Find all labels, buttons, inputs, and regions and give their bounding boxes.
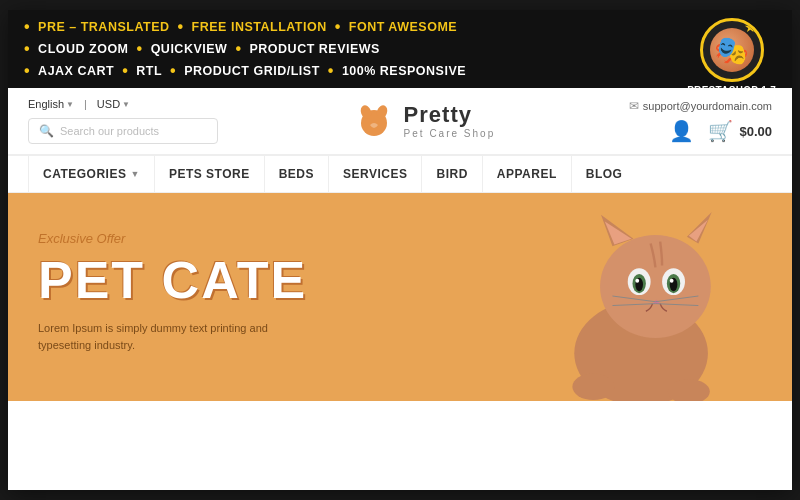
- cart-area[interactable]: 🛒 $0.00: [708, 119, 772, 143]
- banner-row-2: • CLOUD ZOOM • QUICKVIEW • PRODUCT REVIE…: [24, 40, 776, 58]
- nav-label-blog: BLOG: [586, 167, 623, 181]
- bullet-5: •: [137, 40, 143, 58]
- search-input[interactable]: Search our products: [60, 125, 159, 137]
- banner-item-cloudzoom: CLOUD ZOOM: [38, 42, 128, 56]
- nav-item-categories[interactable]: CATEGORIES ▼: [28, 156, 155, 192]
- nav-label-apparel: APPAREL: [497, 167, 557, 181]
- nav-item-bird[interactable]: BIRD: [422, 156, 482, 192]
- currency-label: USD: [97, 98, 120, 110]
- search-icon: 🔍: [39, 124, 54, 138]
- logo-subtitle: Pet Care Shop: [404, 128, 496, 139]
- currency-arrow-icon: ▼: [122, 100, 130, 109]
- badge-label: PRESTASHOP 1.7: [687, 85, 776, 96]
- svg-point-4: [600, 235, 711, 338]
- banner-row-1: • PRE – TRANSLATED • FREE INSTALLATION •…: [24, 18, 776, 36]
- language-arrow-icon: ▼: [66, 100, 74, 109]
- nav-item-petsstore[interactable]: PETS STORE: [155, 156, 265, 192]
- main-header: English ▼ | USD ▼ 🔍 Search our products: [8, 88, 792, 155]
- account-icon[interactable]: 👤: [669, 119, 694, 143]
- bullet-10: •: [328, 62, 334, 80]
- cart-icon[interactable]: 🛒: [708, 119, 733, 143]
- search-box[interactable]: 🔍 Search our products: [28, 118, 218, 144]
- logo-text-group: Pretty Pet Care Shop: [404, 103, 496, 138]
- badge-circle: ★: [700, 18, 764, 82]
- nav-label-bird: BIRD: [436, 167, 467, 181]
- hero-section: Exclusive Offer PET CATE Lorem Ipsum is …: [8, 193, 792, 401]
- banner-item-productgrid: PRODUCT GRID/LIST: [184, 64, 320, 78]
- banner-item-installation: FREE INSTALLATION: [192, 20, 327, 34]
- currency-selector[interactable]: USD ▼: [97, 98, 130, 110]
- hero-exclusive: Exclusive Offer: [38, 231, 307, 246]
- nav-label-categories: CATEGORIES: [43, 167, 126, 181]
- header-right: ✉ support@yourdomain.com 👤 🛒 $0.00: [629, 99, 772, 143]
- header-left: English ▼ | USD ▼ 🔍 Search our products: [28, 98, 218, 144]
- lang-currency-bar: English ▼ | USD ▼: [28, 98, 218, 110]
- hero-description: Lorem Ipsum is simply dummy text printin…: [38, 320, 278, 353]
- banner-row-3: • AJAX CART • RTL • PRODUCT GRID/LIST • …: [24, 62, 776, 80]
- nav-bar: CATEGORIES ▼ PETS STORE BEDS SERVICES BI…: [8, 155, 792, 193]
- mail-icon: ✉: [629, 99, 639, 113]
- hero-content: Exclusive Offer PET CATE Lorem Ipsum is …: [8, 193, 337, 391]
- inner-card: • PRE – TRANSLATED • FREE INSTALLATION •…: [8, 10, 792, 490]
- prestashop-badge: ★ PRESTASHOP 1.7: [687, 18, 776, 96]
- language-selector[interactable]: English ▼: [28, 98, 74, 110]
- outer-container: • PRE – TRANSLATED • FREE INSTALLATION •…: [0, 0, 800, 500]
- svg-point-22: [572, 373, 614, 400]
- logo-icon: [352, 99, 396, 143]
- banner-item-rtl: RTL: [136, 64, 162, 78]
- banner-item-fontawesome: FONT AWESOME: [349, 20, 457, 34]
- support-email: ✉ support@yourdomain.com: [629, 99, 772, 113]
- banner-item-ajaxcart: AJAX CART: [38, 64, 114, 78]
- banner-item-reviews: PRODUCT REVIEWS: [249, 42, 379, 56]
- svg-point-16: [670, 279, 674, 283]
- bullet-3: •: [335, 18, 341, 36]
- nav-label-beds: BEDS: [279, 167, 314, 181]
- cat-image: [452, 193, 792, 401]
- logo-area[interactable]: Pretty Pet Care Shop: [352, 99, 496, 143]
- nav-label-petsstore: PETS STORE: [169, 167, 250, 181]
- bullet-4: •: [24, 40, 30, 58]
- top-banner: • PRE – TRANSLATED • FREE INSTALLATION •…: [8, 10, 792, 88]
- bullet-9: •: [170, 62, 176, 80]
- nav-item-beds[interactable]: BEDS: [265, 156, 329, 192]
- bullet-7: •: [24, 62, 30, 80]
- logo-title: Pretty: [404, 103, 496, 127]
- categories-arrow-icon: ▼: [130, 169, 139, 179]
- nav-item-apparel[interactable]: APPAREL: [483, 156, 572, 192]
- banner-item-responsive: 100% RESPONSIVE: [342, 64, 466, 78]
- banner-item-pretranslated: PRE – TRANSLATED: [38, 20, 169, 34]
- badge-face: [710, 28, 754, 72]
- divider: |: [84, 98, 87, 110]
- bullet-1: •: [24, 18, 30, 36]
- nav-item-blog[interactable]: BLOG: [572, 156, 637, 192]
- nav-label-services: SERVICES: [343, 167, 407, 181]
- cart-price: $0.00: [739, 124, 772, 139]
- email-address: support@yourdomain.com: [643, 100, 772, 112]
- bullet-8: •: [122, 62, 128, 80]
- banner-item-quickview: QUICKVIEW: [151, 42, 228, 56]
- nav-item-services[interactable]: SERVICES: [329, 156, 422, 192]
- bullet-2: •: [178, 18, 184, 36]
- svg-point-15: [635, 279, 639, 283]
- language-label: English: [28, 98, 64, 110]
- hero-title: PET CATE: [38, 254, 307, 306]
- bullet-6: •: [235, 40, 241, 58]
- cat-illustration: [482, 193, 762, 401]
- header-actions: 👤 🛒 $0.00: [669, 119, 772, 143]
